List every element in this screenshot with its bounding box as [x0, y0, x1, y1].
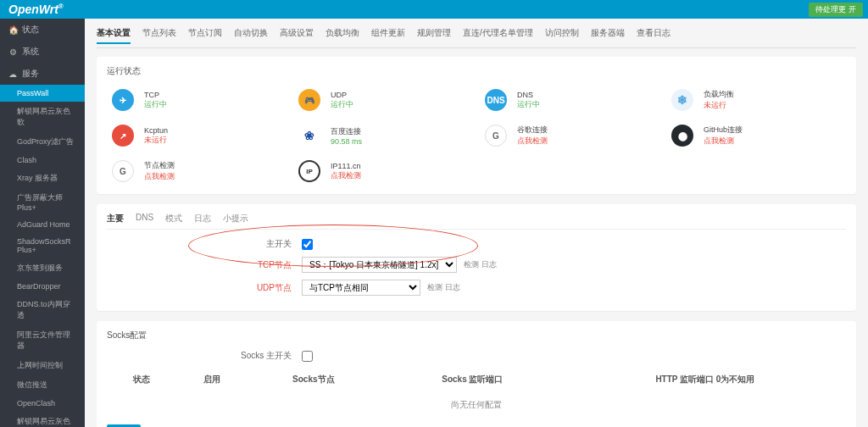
- status-icon: ⬤: [671, 125, 693, 147]
- tab[interactable]: 直连/代理名单管理: [463, 27, 533, 44]
- category-label: 状态: [22, 24, 39, 36]
- status-item[interactable]: ✈TCP运行中: [107, 86, 287, 114]
- status-item[interactable]: ❄负载均衡未运行: [666, 86, 846, 114]
- tcp-node-select[interactable]: SS：[Tokyo 日本東京椿隧道] 1.2x]: [302, 257, 457, 273]
- sidebar-category[interactable]: 🏠状态: [0, 19, 85, 41]
- category-icon: ☁: [8, 69, 17, 79]
- status-item[interactable]: ⬤GitHub连接点我检测: [666, 121, 846, 150]
- status-value: 点我检测: [144, 171, 175, 182]
- sidebar-item[interactable]: 京东签到服务: [0, 258, 85, 278]
- socks-switch-checkbox[interactable]: [302, 351, 313, 362]
- sidebar-category[interactable]: ⚙系统: [0, 41, 85, 63]
- status-value: 点我检测: [704, 136, 743, 147]
- tab[interactable]: 高级设置: [280, 27, 314, 44]
- main-tabs: 基本设置节点列表节点订阅自动切换高级设置负载均衡组件更新规则管理直连/代理名单管…: [97, 27, 856, 48]
- sidebar-item[interactable]: 阿里云文件管理器: [0, 325, 85, 356]
- sidebar-item[interactable]: 解锁网易云灰色歌曲: [0, 412, 85, 427]
- status-name: TCP: [144, 91, 167, 99]
- tab[interactable]: 访问控制: [545, 27, 579, 44]
- top-bar: OpenWrt® 待处理更 开: [0, 0, 868, 19]
- status-value: 未运行: [704, 100, 734, 111]
- status-name: IP111.cn: [331, 162, 361, 170]
- sidebar-item[interactable]: 上网时间控制: [0, 356, 85, 375]
- status-card: 运行状态 ✈TCP运行中🎮UDP运行中DNSDNS运行中❄负载均衡未运行↗Kcp…: [97, 57, 856, 194]
- sidebar-item[interactable]: Xray 服务器: [0, 169, 85, 188]
- status-icon: G: [112, 160, 134, 182]
- sidebar-item[interactable]: OpenClash: [0, 395, 85, 412]
- status-name: GitHub连接: [704, 125, 743, 136]
- main-switch-checkbox[interactable]: [302, 239, 313, 250]
- socks-table: 状态启用Socks节点Socks 监听端口HTTP 监听端口 0为不知用 尚无任…: [107, 369, 846, 419]
- udp-node-actions[interactable]: 检测 日志: [427, 282, 460, 293]
- status-item[interactable]: ❀百度连接90.58 ms: [293, 121, 473, 150]
- tab[interactable]: 规则管理: [417, 27, 451, 44]
- udp-node-label: UDP节点: [107, 282, 302, 294]
- brand: OpenWrt®: [8, 3, 64, 16]
- settings-card: 主要DNS模式日志小提示 主开关 TCP节点 SS：[Tokyo 日本東京椿隧道…: [97, 204, 856, 311]
- status-item[interactable]: G谷歌连接点我检测: [480, 121, 659, 150]
- sidebar-item[interactable]: PassWall: [0, 85, 85, 102]
- table-header: Socks 监听端口: [381, 369, 565, 391]
- sidebar-item[interactable]: BearDropper: [0, 278, 85, 295]
- subtab[interactable]: 模式: [165, 213, 182, 225]
- tab[interactable]: 节点列表: [142, 27, 176, 44]
- table-header: 启用: [176, 369, 246, 391]
- status-name: DNS: [517, 91, 540, 99]
- tab[interactable]: 查看日志: [637, 27, 670, 44]
- tab[interactable]: 组件更新: [371, 27, 405, 44]
- status-item[interactable]: ↗Kcptun未运行: [107, 121, 287, 150]
- sidebar-item[interactable]: ShadowSocksR Plus+: [0, 233, 85, 258]
- sidebar-item[interactable]: DDNS.to内网穿透: [0, 295, 85, 325]
- table-header: Socks节点: [247, 369, 381, 391]
- sidebar-item[interactable]: Clash: [0, 152, 85, 169]
- status-icon: ❄: [671, 89, 693, 111]
- status-name: UDP: [331, 91, 353, 99]
- subtabs: 主要DNS模式日志小提示: [107, 213, 846, 230]
- sidebar-item[interactable]: 广告屏蔽大师 Plus+: [0, 188, 85, 216]
- sidebar-item[interactable]: AdGuard Home: [0, 216, 85, 233]
- category-label: 系统: [22, 46, 39, 58]
- sidebar-item[interactable]: 微信推送: [0, 375, 85, 395]
- status-icon: DNS: [485, 89, 507, 111]
- status-icon: ❀: [298, 125, 320, 147]
- status-name: 节点检测: [144, 160, 175, 171]
- status-name: 谷歌连接: [517, 125, 548, 136]
- status-item[interactable]: DNSDNS运行中: [480, 86, 659, 114]
- status-icon: ↗: [112, 125, 134, 147]
- socks-switch-label: Socks 主开关: [107, 350, 302, 362]
- socks-title: Socks配置: [107, 330, 846, 341]
- socks-card: Socks配置 Socks 主开关 状态启用Socks节点Socks 监听端口H…: [97, 321, 856, 427]
- status-name: Kcptun: [144, 126, 168, 135]
- tab[interactable]: 服务器端: [591, 27, 625, 44]
- status-icon: G: [485, 125, 507, 147]
- tab[interactable]: 自动切换: [234, 27, 268, 44]
- udp-node-select[interactable]: 与TCP节点相同: [302, 280, 420, 296]
- status-name: 百度连接: [331, 126, 362, 137]
- subtab[interactable]: 小提示: [223, 213, 248, 225]
- status-value: 90.58 ms: [331, 137, 362, 146]
- status-value: 点我检测: [517, 136, 548, 147]
- status-value: 未运行: [144, 135, 168, 146]
- tab[interactable]: 节点订阅: [188, 27, 222, 44]
- sidebar-category[interactable]: ☁服务: [0, 63, 85, 85]
- main-switch-label: 主开关: [107, 238, 302, 250]
- status-item[interactable]: 🎮UDP运行中: [293, 86, 473, 114]
- sidebar-item[interactable]: GodProxy滤广告: [0, 132, 85, 152]
- tab[interactable]: 负载均衡: [326, 27, 359, 44]
- status-item[interactable]: G节点检测点我检测: [107, 157, 287, 186]
- status-icon: 🎮: [298, 89, 320, 111]
- category-icon: 🏠: [8, 25, 17, 35]
- status-name: 负载均衡: [704, 89, 734, 100]
- tab[interactable]: 基本设置: [97, 27, 131, 44]
- sidebar-item[interactable]: 解锁网易云灰色歌: [0, 102, 85, 132]
- subtab[interactable]: DNS: [136, 213, 153, 225]
- pending-changes-button[interactable]: 待处理更 开: [809, 3, 863, 17]
- status-value: 运行中: [331, 99, 353, 110]
- status-item[interactable]: IPIP111.cn点我检测: [293, 157, 473, 186]
- status-title: 运行状态: [107, 65, 846, 77]
- subtab[interactable]: 主要: [107, 213, 124, 225]
- status-value: 点我检测: [331, 170, 361, 181]
- subtab[interactable]: 日志: [194, 213, 211, 225]
- tcp-node-actions[interactable]: 检测 日志: [464, 259, 497, 270]
- status-icon: IP: [298, 160, 320, 182]
